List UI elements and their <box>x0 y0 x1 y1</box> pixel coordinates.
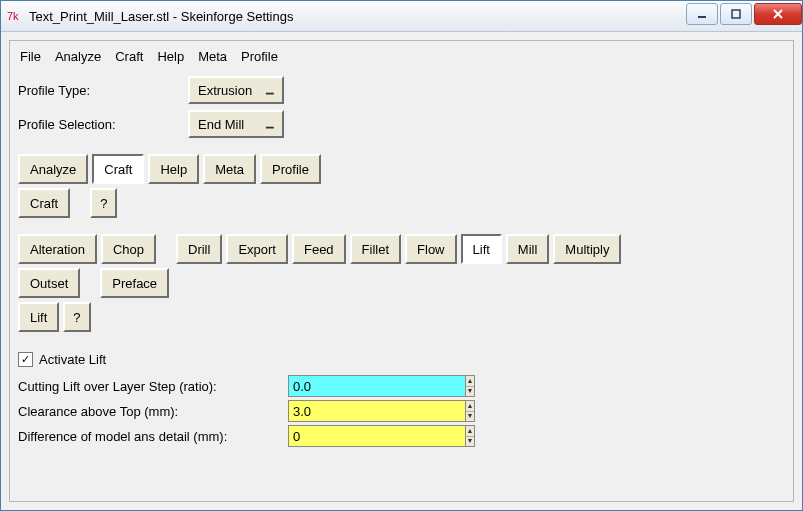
profile-type-row: Profile Type: Extrusion ▂ <box>18 76 785 104</box>
svg-rect-0 <box>698 16 706 18</box>
menu-bar: File Analyze Craft Help Meta Profile <box>18 47 785 70</box>
cutting-lift-field: ▲ ▼ <box>288 375 475 397</box>
close-icon <box>772 8 784 20</box>
menu-meta[interactable]: Meta <box>198 49 227 64</box>
profile-selection-dropdown[interactable]: End Mill ▂ <box>188 110 284 138</box>
plugin-tab-row-1: Alteration Chop Drill Export Feed Fillet… <box>18 234 785 264</box>
difference-input[interactable] <box>289 426 465 446</box>
profile-type-value: Extrusion <box>198 83 256 98</box>
tab-analyze[interactable]: Analyze <box>18 154 88 184</box>
clearance-label: Clearance above Top (mm): <box>18 404 288 419</box>
app-window: 7k Text_Print_Mill_Laser.stl - Skeinforg… <box>0 0 803 511</box>
spacer <box>84 268 96 298</box>
craft-help-button[interactable]: ? <box>90 188 117 218</box>
window-buttons <box>684 3 802 25</box>
maximize-icon <box>731 9 741 19</box>
tab-outset[interactable]: Outset <box>18 268 80 298</box>
cutting-lift-spinner: ▲ ▼ <box>465 376 474 396</box>
spin-up-icon[interactable]: ▲ <box>466 401 474 412</box>
titlebar: 7k Text_Print_Mill_Laser.stl - Skeinforg… <box>1 1 802 32</box>
activate-lift-checkbox[interactable] <box>18 352 33 367</box>
spin-down-icon[interactable]: ▼ <box>466 387 474 397</box>
app-icon: 7k <box>7 8 23 24</box>
clearance-input[interactable] <box>289 401 465 421</box>
svg-rect-1 <box>732 10 740 18</box>
clearance-spinner: ▲ ▼ <box>465 401 474 421</box>
spacer <box>74 188 86 218</box>
tab-alteration[interactable]: Alteration <box>18 234 97 264</box>
spin-up-icon[interactable]: ▲ <box>466 426 474 437</box>
clearance-row: Clearance above Top (mm): ▲ ▼ <box>18 400 785 422</box>
minimize-button[interactable] <box>686 3 718 25</box>
difference-label: Difference of model ans detail (mm): <box>18 429 288 444</box>
spacer <box>160 234 172 264</box>
tab-meta[interactable]: Meta <box>203 154 256 184</box>
profile-selection-label: Profile Selection: <box>18 117 188 132</box>
difference-spinner: ▲ ▼ <box>465 426 474 446</box>
top-tab-row: Analyze Craft Help Meta Profile <box>18 154 785 184</box>
maximize-button[interactable] <box>720 3 752 25</box>
window-title: Text_Print_Mill_Laser.stl - Skeinforge S… <box>29 9 684 24</box>
tab-flow[interactable]: Flow <box>405 234 456 264</box>
spin-down-icon[interactable]: ▼ <box>466 412 474 422</box>
tab-craft[interactable]: Craft <box>92 154 144 184</box>
cutting-lift-label: Cutting Lift over Layer Step (ratio): <box>18 379 288 394</box>
tab-preface[interactable]: Preface <box>100 268 169 298</box>
tab-fillet[interactable]: Fillet <box>350 234 401 264</box>
lift-help-button[interactable]: ? <box>63 302 90 332</box>
tab-export[interactable]: Export <box>226 234 288 264</box>
profile-type-dropdown[interactable]: Extrusion ▂ <box>188 76 284 104</box>
menu-file[interactable]: File <box>20 49 41 64</box>
activate-lift-row: Activate Lift <box>18 352 785 367</box>
dropdown-indicator-icon: ▂ <box>266 87 274 94</box>
profile-selection-value: End Mill <box>198 117 256 132</box>
tab-feed[interactable]: Feed <box>292 234 346 264</box>
craft-bar: Craft ? <box>18 188 785 218</box>
tab-help[interactable]: Help <box>148 154 199 184</box>
spin-up-icon[interactable]: ▲ <box>466 376 474 387</box>
client-area: File Analyze Craft Help Meta Profile Pro… <box>9 40 794 502</box>
craft-button[interactable]: Craft <box>18 188 70 218</box>
minimize-icon <box>697 9 707 19</box>
tab-lift[interactable]: Lift <box>461 234 502 264</box>
lift-bar: Lift ? <box>18 302 785 332</box>
plugin-tab-row-2: Outset Preface <box>18 268 785 298</box>
tab-mill[interactable]: Mill <box>506 234 550 264</box>
tab-drill[interactable]: Drill <box>176 234 222 264</box>
difference-row: Difference of model ans detail (mm): ▲ ▼ <box>18 425 785 447</box>
lift-button[interactable]: Lift <box>18 302 59 332</box>
tab-profile[interactable]: Profile <box>260 154 321 184</box>
menu-craft[interactable]: Craft <box>115 49 143 64</box>
close-button[interactable] <box>754 3 802 25</box>
clearance-field: ▲ ▼ <box>288 400 475 422</box>
dropdown-indicator-icon: ▂ <box>266 121 274 128</box>
difference-field: ▲ ▼ <box>288 425 475 447</box>
menu-analyze[interactable]: Analyze <box>55 49 101 64</box>
menu-help[interactable]: Help <box>157 49 184 64</box>
cutting-lift-row: Cutting Lift over Layer Step (ratio): ▲ … <box>18 375 785 397</box>
tab-chop[interactable]: Chop <box>101 234 156 264</box>
profile-type-label: Profile Type: <box>18 83 188 98</box>
menu-profile[interactable]: Profile <box>241 49 278 64</box>
cutting-lift-input[interactable] <box>289 376 465 396</box>
spin-down-icon[interactable]: ▼ <box>466 437 474 447</box>
tab-multiply[interactable]: Multiply <box>553 234 621 264</box>
activate-lift-label: Activate Lift <box>39 352 106 367</box>
profile-selection-row: Profile Selection: End Mill ▂ <box>18 110 785 138</box>
